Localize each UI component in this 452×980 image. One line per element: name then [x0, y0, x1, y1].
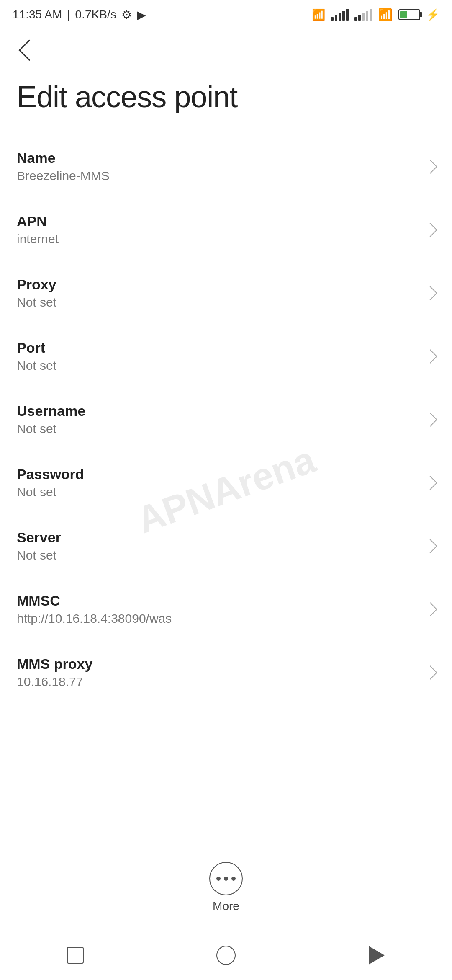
- recent-apps-icon: [67, 947, 84, 964]
- settings-item-username[interactable]: Username Not set: [0, 388, 452, 451]
- back-nav-button[interactable]: [364, 943, 389, 968]
- settings-item-name[interactable]: Name Breezeline-MMS: [0, 135, 452, 198]
- settings-label-apn: APN: [17, 213, 417, 230]
- battery-icon: [398, 9, 420, 20]
- more-label: More: [213, 900, 239, 913]
- video-icon: ▶: [137, 8, 146, 22]
- settings-value-port: Not set: [17, 358, 417, 373]
- settings-label-proxy: Proxy: [17, 276, 417, 293]
- recent-apps-button[interactable]: [63, 943, 88, 968]
- settings-item-content-server: Server Not set: [17, 529, 417, 562]
- settings-value-password: Not set: [17, 485, 417, 499]
- wifi-icon: 📶: [378, 8, 393, 22]
- settings-label-username: Username: [17, 403, 417, 419]
- separator: |: [67, 8, 70, 21]
- bottom-nav: [0, 930, 452, 980]
- settings-item-content-port: Port Not set: [17, 340, 417, 373]
- more-dots-icon: [216, 877, 236, 881]
- charging-icon: ⚡: [426, 8, 439, 21]
- settings-value-server: Not set: [17, 548, 417, 562]
- more-button[interactable]: More: [209, 862, 243, 913]
- settings-value-apn: internet: [17, 232, 417, 246]
- settings-icon: ⚙: [121, 8, 132, 22]
- settings-item-content-mmsc: MMSC http://10.16.18.4:38090/was: [17, 593, 417, 626]
- settings-label-mms-proxy: MMS proxy: [17, 656, 417, 672]
- time-display: 11:35 AM: [13, 8, 62, 21]
- settings-item-mmsc[interactable]: MMSC http://10.16.18.4:38090/was: [0, 578, 452, 641]
- chevron-right-icon-password: [423, 476, 437, 490]
- settings-item-password[interactable]: Password Not set: [0, 451, 452, 514]
- settings-item-mms-proxy[interactable]: MMS proxy 10.16.18.77: [0, 641, 452, 704]
- settings-list: Name Breezeline-MMS APN internet Proxy N…: [0, 135, 452, 704]
- more-dot-3: [231, 877, 236, 881]
- settings-value-name: Breezeline-MMS: [17, 169, 417, 183]
- chevron-right-icon-name: [423, 160, 437, 174]
- chevron-right-icon-proxy: [423, 286, 437, 300]
- speed-display: 0.7KB/s: [75, 8, 116, 21]
- chevron-right-icon-port: [423, 349, 437, 364]
- settings-label-name: Name: [17, 150, 417, 166]
- back-button[interactable]: [13, 36, 42, 65]
- settings-item-content-username: Username Not set: [17, 403, 417, 436]
- chevron-right-icon-server: [423, 539, 437, 553]
- status-right: 📶 📶 ⚡: [312, 8, 439, 22]
- settings-item-content-apn: APN internet: [17, 213, 417, 246]
- settings-value-proxy: Not set: [17, 295, 417, 309]
- chevron-right-icon-mms-proxy: [423, 665, 437, 680]
- chevron-right-icon-apn: [423, 223, 437, 237]
- page-title: Edit access point: [0, 71, 452, 135]
- settings-label-server: Server: [17, 529, 417, 546]
- settings-label-port: Port: [17, 340, 417, 356]
- settings-item-content-proxy: Proxy Not set: [17, 276, 417, 309]
- settings-value-mms-proxy: 10.16.18.77: [17, 675, 417, 689]
- settings-item-proxy[interactable]: Proxy Not set: [0, 261, 452, 325]
- more-dot-2: [224, 877, 228, 881]
- settings-value-username: Not set: [17, 422, 417, 436]
- settings-item-content-password: Password Not set: [17, 466, 417, 499]
- status-bar: 11:35 AM | 0.7KB/s ⚙ ▶ 📶 📶 ⚡: [0, 0, 452, 29]
- settings-item-server[interactable]: Server Not set: [0, 514, 452, 578]
- home-button[interactable]: [213, 943, 239, 968]
- nav-header: [0, 29, 452, 71]
- settings-item-content-mms-proxy: MMS proxy 10.16.18.77: [17, 656, 417, 689]
- status-left: 11:35 AM | 0.7KB/s ⚙ ▶: [13, 8, 146, 22]
- settings-item-port[interactable]: Port Not set: [0, 325, 452, 388]
- more-circle-icon: [209, 862, 243, 895]
- settings-item-content-name: Name Breezeline-MMS: [17, 150, 417, 183]
- signal-bars-1: [331, 9, 349, 21]
- settings-item-apn[interactable]: APN internet: [0, 198, 452, 261]
- more-dot-1: [216, 877, 221, 881]
- signal-bars-2: [354, 9, 372, 21]
- back-arrow-icon: [19, 40, 40, 61]
- settings-value-mmsc: http://10.16.18.4:38090/was: [17, 611, 417, 626]
- bluetooth-icon: 📶: [312, 8, 325, 21]
- home-icon: [216, 946, 236, 965]
- settings-label-password: Password: [17, 466, 417, 482]
- back-nav-icon: [369, 946, 385, 965]
- chevron-right-icon-mmsc: [423, 602, 437, 616]
- settings-label-mmsc: MMSC: [17, 593, 417, 609]
- chevron-right-icon-username: [423, 413, 437, 427]
